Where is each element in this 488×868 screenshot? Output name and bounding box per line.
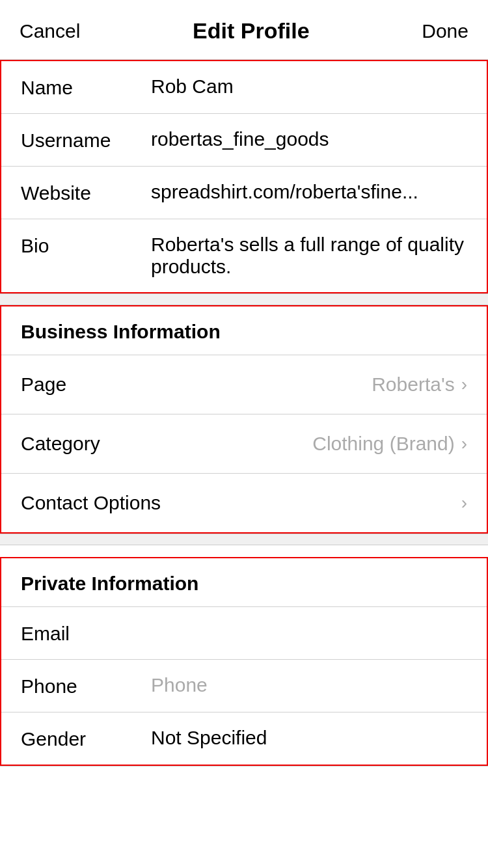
page-value: Roberta's	[372, 373, 454, 396]
gender-value[interactable]: Not Specified	[151, 727, 467, 749]
private-info-heading: Private Information	[1, 558, 487, 607]
contact-options-row-right: ›	[461, 494, 467, 512]
email-field-row[interactable]: Email	[1, 607, 487, 660]
phone-label: Phone	[21, 674, 151, 698]
bio-field-row[interactable]: Bio Roberta's sells a full range of qual…	[1, 219, 487, 292]
done-button[interactable]: Done	[422, 20, 468, 42]
username-value[interactable]: robertas_fine_goods	[151, 128, 467, 150]
private-info-section: Private Information Email Phone Phone Ge…	[0, 557, 488, 766]
contact-options-label: Contact Options	[21, 492, 161, 514]
phone-field-row[interactable]: Phone Phone	[1, 660, 487, 712]
bio-value[interactable]: Roberta's sells a full range of quality …	[151, 234, 467, 278]
category-chevron-icon: ›	[461, 435, 467, 453]
gender-label: Gender	[21, 727, 151, 750]
bio-label: Bio	[21, 234, 151, 257]
contact-options-chevron-icon: ›	[461, 494, 467, 512]
contact-options-row[interactable]: Contact Options ›	[1, 474, 487, 532]
username-label: Username	[21, 128, 151, 152]
bottom-divider	[0, 766, 488, 766]
website-field-row[interactable]: Website spreadshirt.com/roberta'sfine...	[1, 167, 487, 219]
category-row[interactable]: Category Clothing (Brand) ›	[1, 414, 487, 474]
website-value[interactable]: spreadshirt.com/roberta'sfine...	[151, 181, 467, 203]
section-divider-1	[0, 293, 488, 305]
name-field-row[interactable]: Name Rob Cam	[1, 61, 487, 114]
category-label: Category	[21, 433, 100, 455]
category-value: Clothing (Brand)	[312, 433, 454, 455]
email-label: Email	[21, 621, 151, 645]
page-row[interactable]: Page Roberta's ›	[1, 355, 487, 414]
category-row-right: Clothing (Brand) ›	[312, 433, 467, 455]
business-info-section: Business Information Page Roberta's › Ca…	[0, 305, 488, 534]
phone-value[interactable]: Phone	[151, 674, 467, 696]
page-header: Cancel Edit Profile Done	[0, 0, 488, 60]
cancel-button[interactable]: Cancel	[20, 20, 80, 42]
gender-field-row[interactable]: Gender Not Specified	[1, 712, 487, 765]
profile-fields-section: Name Rob Cam Username robertas_fine_good…	[0, 60, 488, 293]
page-title: Edit Profile	[193, 18, 309, 44]
page-label: Page	[21, 373, 66, 396]
name-label: Name	[21, 75, 151, 99]
website-label: Website	[21, 181, 151, 204]
section-divider-2	[0, 534, 488, 545]
username-field-row[interactable]: Username robertas_fine_goods	[1, 114, 487, 167]
name-value[interactable]: Rob Cam	[151, 75, 467, 98]
business-info-heading: Business Information	[1, 306, 487, 355]
page-chevron-icon: ›	[461, 375, 467, 394]
page-row-right: Roberta's ›	[372, 373, 467, 396]
